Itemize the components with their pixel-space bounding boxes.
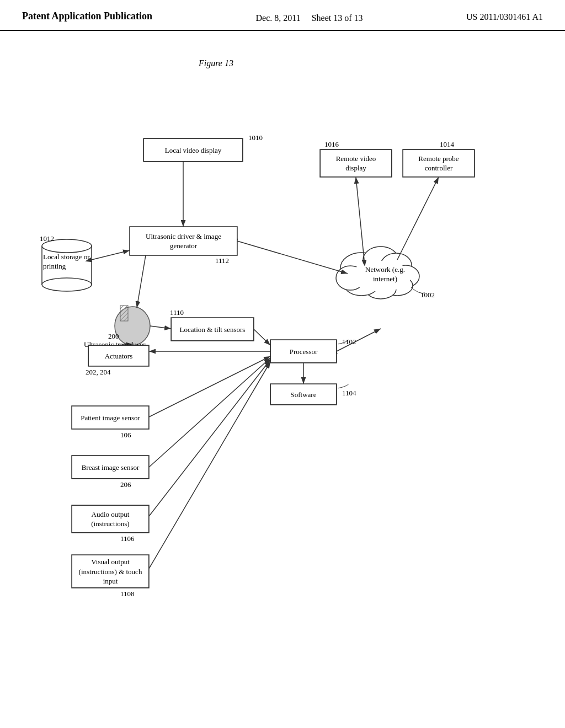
svg-rect-27 bbox=[120, 306, 128, 321]
ref-1106: 1106 bbox=[120, 534, 135, 544]
processor-box: Processor bbox=[270, 340, 337, 363]
ref-1016: 1016 bbox=[324, 140, 339, 149]
ref-1104: 1104 bbox=[342, 388, 356, 398]
ref-1110: 1110 bbox=[170, 308, 184, 318]
patient-image-sensor-box: Patient image sensor bbox=[72, 406, 149, 429]
ref-106: 106 bbox=[120, 430, 131, 440]
svg-line-41 bbox=[149, 356, 270, 417]
ultrasonic-driver-box: Ultrasonic driver & image generator bbox=[130, 227, 237, 255]
ref-1014: 1014 bbox=[440, 140, 454, 149]
sheet-number: Sheet 13 of 13 bbox=[312, 13, 363, 23]
svg-line-37 bbox=[356, 177, 364, 260]
ref-1010: 1010 bbox=[248, 133, 263, 143]
publication-title: Patent Application Publication bbox=[22, 10, 152, 23]
publication-date: Dec. 8, 2011 bbox=[256, 13, 301, 23]
software-box: Software bbox=[270, 384, 337, 405]
network-label: Network (e.g. internet) bbox=[358, 265, 413, 284]
figure-title: Figure 13 bbox=[199, 58, 233, 68]
local-storage-label: Local storage or printing bbox=[43, 253, 90, 271]
date-sheet: Dec. 8, 2011 Sheet 13 of 13 bbox=[256, 10, 363, 24]
ref-1108: 1108 bbox=[120, 589, 135, 599]
diagram-area: Figure 13 bbox=[0, 31, 565, 693]
ref-1112: 1112 bbox=[215, 256, 229, 266]
svg-line-43 bbox=[149, 360, 270, 516]
remote-video-display-box: Remote video display bbox=[320, 149, 392, 177]
svg-line-30 bbox=[92, 250, 130, 260]
svg-line-39 bbox=[237, 241, 348, 274]
audio-output-box: Audio output (instructions) bbox=[72, 505, 149, 533]
ref-1102: 1102 bbox=[342, 337, 356, 347]
actuators-box: Actuators bbox=[88, 345, 149, 366]
local-video-display-box: Local video display bbox=[143, 138, 243, 162]
breast-image-sensor-box: Breast image sensor bbox=[72, 456, 149, 479]
svg-line-38 bbox=[397, 177, 439, 260]
svg-line-42 bbox=[149, 358, 270, 467]
visual-output-box: Visual output (instructions) & touch inp… bbox=[72, 555, 149, 588]
location-tilt-box: Location & tilt sensors bbox=[171, 318, 254, 341]
ref-200: 200 bbox=[108, 331, 119, 341]
ref-202-204: 202, 204 bbox=[86, 367, 111, 377]
svg-point-13 bbox=[42, 278, 92, 291]
ref-1002: 1002 bbox=[420, 290, 435, 300]
svg-line-31 bbox=[137, 255, 146, 308]
svg-line-44 bbox=[149, 362, 270, 569]
page-header: Patent Application Publication Dec. 8, 2… bbox=[0, 0, 565, 31]
svg-line-32 bbox=[150, 326, 171, 329]
ref-206: 206 bbox=[120, 480, 131, 490]
patent-number: US 2011/0301461 A1 bbox=[466, 10, 543, 22]
svg-line-33 bbox=[254, 329, 270, 345]
ref-1012: 1012 bbox=[40, 234, 54, 244]
remote-probe-controller-box: Remote probe controller bbox=[403, 149, 475, 177]
